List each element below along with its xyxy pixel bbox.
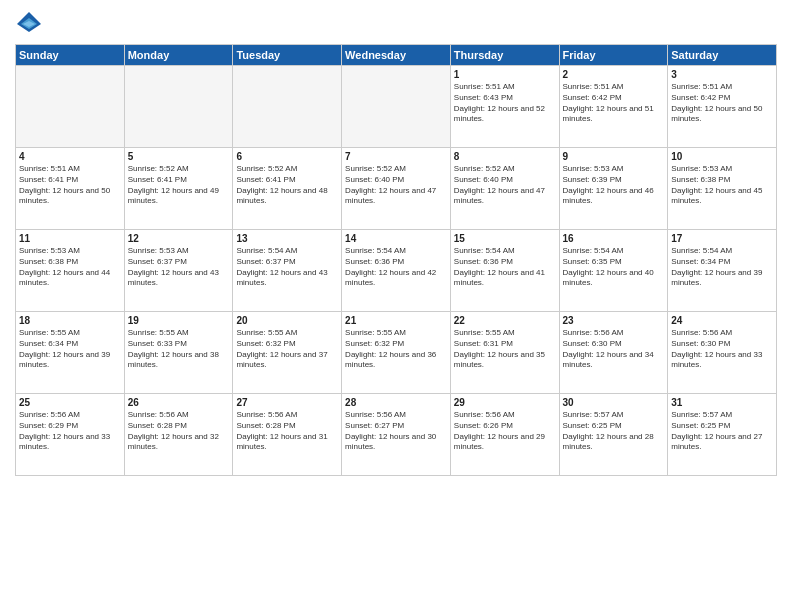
page: SundayMondayTuesdayWednesdayThursdayFrid…	[0, 0, 792, 612]
calendar-cell: 4Sunrise: 5:51 AMSunset: 6:41 PMDaylight…	[16, 148, 125, 230]
cell-details: Sunrise: 5:55 AMSunset: 6:31 PMDaylight:…	[454, 328, 556, 371]
logo-icon	[15, 10, 43, 38]
cell-details: Sunrise: 5:56 AMSunset: 6:27 PMDaylight:…	[345, 410, 447, 453]
cell-details: Sunrise: 5:55 AMSunset: 6:32 PMDaylight:…	[345, 328, 447, 371]
week-row-1: 1Sunrise: 5:51 AMSunset: 6:43 PMDaylight…	[16, 66, 777, 148]
day-number: 28	[345, 397, 447, 408]
calendar-cell: 7Sunrise: 5:52 AMSunset: 6:40 PMDaylight…	[342, 148, 451, 230]
calendar-cell: 31Sunrise: 5:57 AMSunset: 6:25 PMDayligh…	[668, 394, 777, 476]
day-number: 25	[19, 397, 121, 408]
day-number: 15	[454, 233, 556, 244]
cell-details: Sunrise: 5:51 AMSunset: 6:43 PMDaylight:…	[454, 82, 556, 125]
cell-details: Sunrise: 5:54 AMSunset: 6:34 PMDaylight:…	[671, 246, 773, 289]
calendar-cell: 19Sunrise: 5:55 AMSunset: 6:33 PMDayligh…	[124, 312, 233, 394]
day-number: 27	[236, 397, 338, 408]
calendar-cell: 10Sunrise: 5:53 AMSunset: 6:38 PMDayligh…	[668, 148, 777, 230]
weekday-header-friday: Friday	[559, 45, 668, 66]
cell-details: Sunrise: 5:54 AMSunset: 6:35 PMDaylight:…	[563, 246, 665, 289]
cell-details: Sunrise: 5:55 AMSunset: 6:34 PMDaylight:…	[19, 328, 121, 371]
day-number: 7	[345, 151, 447, 162]
cell-details: Sunrise: 5:54 AMSunset: 6:36 PMDaylight:…	[454, 246, 556, 289]
week-row-2: 4Sunrise: 5:51 AMSunset: 6:41 PMDaylight…	[16, 148, 777, 230]
cell-details: Sunrise: 5:52 AMSunset: 6:40 PMDaylight:…	[345, 164, 447, 207]
day-number: 13	[236, 233, 338, 244]
day-number: 30	[563, 397, 665, 408]
calendar-cell: 21Sunrise: 5:55 AMSunset: 6:32 PMDayligh…	[342, 312, 451, 394]
calendar-cell	[16, 66, 125, 148]
cell-details: Sunrise: 5:56 AMSunset: 6:26 PMDaylight:…	[454, 410, 556, 453]
calendar-cell: 26Sunrise: 5:56 AMSunset: 6:28 PMDayligh…	[124, 394, 233, 476]
calendar-cell: 20Sunrise: 5:55 AMSunset: 6:32 PMDayligh…	[233, 312, 342, 394]
day-number: 17	[671, 233, 773, 244]
weekday-header-wednesday: Wednesday	[342, 45, 451, 66]
day-number: 3	[671, 69, 773, 80]
day-number: 6	[236, 151, 338, 162]
calendar-cell: 16Sunrise: 5:54 AMSunset: 6:35 PMDayligh…	[559, 230, 668, 312]
cell-details: Sunrise: 5:55 AMSunset: 6:32 PMDaylight:…	[236, 328, 338, 371]
cell-details: Sunrise: 5:54 AMSunset: 6:36 PMDaylight:…	[345, 246, 447, 289]
day-number: 14	[345, 233, 447, 244]
calendar-cell: 3Sunrise: 5:51 AMSunset: 6:42 PMDaylight…	[668, 66, 777, 148]
day-number: 12	[128, 233, 230, 244]
day-number: 10	[671, 151, 773, 162]
calendar-cell	[233, 66, 342, 148]
calendar-cell: 12Sunrise: 5:53 AMSunset: 6:37 PMDayligh…	[124, 230, 233, 312]
weekday-header-tuesday: Tuesday	[233, 45, 342, 66]
calendar-cell: 6Sunrise: 5:52 AMSunset: 6:41 PMDaylight…	[233, 148, 342, 230]
week-row-3: 11Sunrise: 5:53 AMSunset: 6:38 PMDayligh…	[16, 230, 777, 312]
cell-details: Sunrise: 5:56 AMSunset: 6:30 PMDaylight:…	[563, 328, 665, 371]
day-number: 18	[19, 315, 121, 326]
header	[15, 10, 777, 38]
day-number: 11	[19, 233, 121, 244]
week-row-4: 18Sunrise: 5:55 AMSunset: 6:34 PMDayligh…	[16, 312, 777, 394]
calendar-cell: 14Sunrise: 5:54 AMSunset: 6:36 PMDayligh…	[342, 230, 451, 312]
cell-details: Sunrise: 5:57 AMSunset: 6:25 PMDaylight:…	[563, 410, 665, 453]
day-number: 19	[128, 315, 230, 326]
calendar-cell: 25Sunrise: 5:56 AMSunset: 6:29 PMDayligh…	[16, 394, 125, 476]
day-number: 23	[563, 315, 665, 326]
day-number: 26	[128, 397, 230, 408]
cell-details: Sunrise: 5:51 AMSunset: 6:41 PMDaylight:…	[19, 164, 121, 207]
cell-details: Sunrise: 5:57 AMSunset: 6:25 PMDaylight:…	[671, 410, 773, 453]
cell-details: Sunrise: 5:53 AMSunset: 6:37 PMDaylight:…	[128, 246, 230, 289]
cell-details: Sunrise: 5:55 AMSunset: 6:33 PMDaylight:…	[128, 328, 230, 371]
calendar-cell: 27Sunrise: 5:56 AMSunset: 6:28 PMDayligh…	[233, 394, 342, 476]
day-number: 16	[563, 233, 665, 244]
cell-details: Sunrise: 5:52 AMSunset: 6:41 PMDaylight:…	[236, 164, 338, 207]
calendar-cell	[124, 66, 233, 148]
day-number: 20	[236, 315, 338, 326]
cell-details: Sunrise: 5:51 AMSunset: 6:42 PMDaylight:…	[671, 82, 773, 125]
calendar-table: SundayMondayTuesdayWednesdayThursdayFrid…	[15, 44, 777, 476]
cell-details: Sunrise: 5:56 AMSunset: 6:28 PMDaylight:…	[128, 410, 230, 453]
day-number: 24	[671, 315, 773, 326]
calendar-cell	[342, 66, 451, 148]
day-number: 21	[345, 315, 447, 326]
week-row-5: 25Sunrise: 5:56 AMSunset: 6:29 PMDayligh…	[16, 394, 777, 476]
cell-details: Sunrise: 5:56 AMSunset: 6:30 PMDaylight:…	[671, 328, 773, 371]
calendar-cell: 1Sunrise: 5:51 AMSunset: 6:43 PMDaylight…	[450, 66, 559, 148]
logo	[15, 10, 47, 38]
weekday-header-monday: Monday	[124, 45, 233, 66]
weekday-header-thursday: Thursday	[450, 45, 559, 66]
day-number: 31	[671, 397, 773, 408]
calendar-cell: 24Sunrise: 5:56 AMSunset: 6:30 PMDayligh…	[668, 312, 777, 394]
day-number: 5	[128, 151, 230, 162]
calendar-cell: 9Sunrise: 5:53 AMSunset: 6:39 PMDaylight…	[559, 148, 668, 230]
calendar-cell: 28Sunrise: 5:56 AMSunset: 6:27 PMDayligh…	[342, 394, 451, 476]
day-number: 2	[563, 69, 665, 80]
calendar-cell: 23Sunrise: 5:56 AMSunset: 6:30 PMDayligh…	[559, 312, 668, 394]
cell-details: Sunrise: 5:53 AMSunset: 6:38 PMDaylight:…	[671, 164, 773, 207]
calendar-cell: 15Sunrise: 5:54 AMSunset: 6:36 PMDayligh…	[450, 230, 559, 312]
calendar-cell: 22Sunrise: 5:55 AMSunset: 6:31 PMDayligh…	[450, 312, 559, 394]
weekday-header-saturday: Saturday	[668, 45, 777, 66]
cell-details: Sunrise: 5:56 AMSunset: 6:29 PMDaylight:…	[19, 410, 121, 453]
calendar-cell: 13Sunrise: 5:54 AMSunset: 6:37 PMDayligh…	[233, 230, 342, 312]
calendar-cell: 18Sunrise: 5:55 AMSunset: 6:34 PMDayligh…	[16, 312, 125, 394]
calendar-cell: 30Sunrise: 5:57 AMSunset: 6:25 PMDayligh…	[559, 394, 668, 476]
cell-details: Sunrise: 5:54 AMSunset: 6:37 PMDaylight:…	[236, 246, 338, 289]
day-number: 4	[19, 151, 121, 162]
calendar-cell: 2Sunrise: 5:51 AMSunset: 6:42 PMDaylight…	[559, 66, 668, 148]
calendar-cell: 11Sunrise: 5:53 AMSunset: 6:38 PMDayligh…	[16, 230, 125, 312]
calendar-cell: 8Sunrise: 5:52 AMSunset: 6:40 PMDaylight…	[450, 148, 559, 230]
calendar-cell: 17Sunrise: 5:54 AMSunset: 6:34 PMDayligh…	[668, 230, 777, 312]
